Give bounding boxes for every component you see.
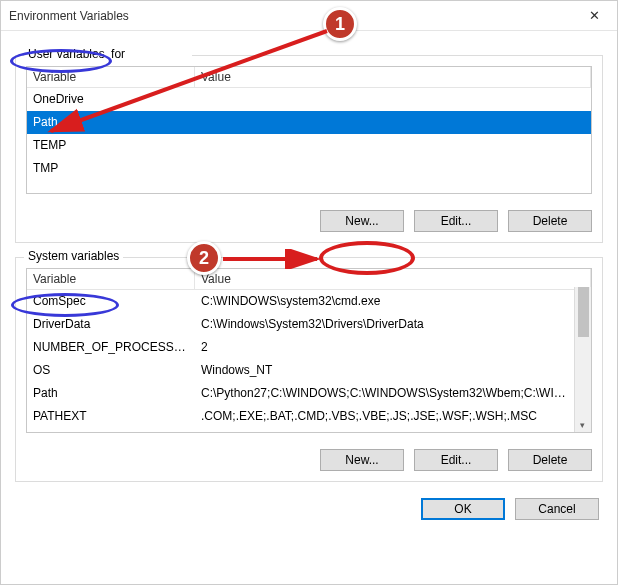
- variable-value: 2: [195, 336, 574, 359]
- variable-value: [195, 88, 591, 111]
- scrollbar[interactable]: ▾: [574, 287, 591, 432]
- list-item[interactable]: NUMBER_OF_PROCESSORS2: [27, 336, 574, 359]
- variable-name: Path: [27, 382, 195, 405]
- list-item[interactable]: DriverDataC:\Windows\System32\Drivers\Dr…: [27, 313, 574, 336]
- user-variables-list[interactable]: Variable Value OneDrivePathTEMPTMP: [26, 66, 592, 194]
- list-item[interactable]: Path: [27, 111, 591, 134]
- close-button[interactable]: ✕: [572, 1, 617, 31]
- header-value[interactable]: Value: [195, 269, 591, 289]
- header-variable[interactable]: Variable: [27, 67, 195, 87]
- variable-name: PROCESSOR_ARCHITECTURE: [27, 428, 195, 433]
- user-new-button[interactable]: New...: [320, 210, 404, 232]
- user-variables-label: User variables for: [24, 47, 192, 61]
- variable-name: TEMP: [27, 134, 195, 157]
- list-item[interactable]: PathC:\Python27;C:\WINDOWS;C:\WINDOWS\Sy…: [27, 382, 574, 405]
- variable-value: AMD64: [195, 428, 574, 433]
- user-variables-group: User variables for Variable Value OneDri…: [15, 55, 603, 243]
- variable-value: .COM;.EXE;.BAT;.CMD;.VBS;.VBE;.JS;.JSE;.…: [195, 405, 574, 428]
- system-edit-button[interactable]: Edit...: [414, 449, 498, 471]
- system-variables-group: System variables Variable Value ComSpecC…: [15, 257, 603, 482]
- system-buttons-row: New... Edit... Delete: [26, 449, 592, 471]
- variable-name: TMP: [27, 157, 195, 180]
- close-icon: ✕: [589, 8, 600, 23]
- system-variables-label: System variables: [24, 249, 123, 263]
- window-title: Environment Variables: [9, 9, 129, 23]
- user-delete-button[interactable]: Delete: [508, 210, 592, 232]
- system-variables-list[interactable]: Variable Value ComSpecC:\WINDOWS\system3…: [26, 268, 592, 433]
- variable-value: [195, 111, 591, 134]
- variable-name: ComSpec: [27, 290, 195, 313]
- variable-value: C:\WINDOWS\system32\cmd.exe: [195, 290, 574, 313]
- list-item[interactable]: PATHEXT.COM;.EXE;.BAT;.CMD;.VBS;.VBE;.JS…: [27, 405, 574, 428]
- system-delete-button[interactable]: Delete: [508, 449, 592, 471]
- cancel-button[interactable]: Cancel: [515, 498, 599, 520]
- list-item[interactable]: OneDrive: [27, 88, 591, 111]
- variable-value: Windows_NT: [195, 359, 574, 382]
- ok-button[interactable]: OK: [421, 498, 505, 520]
- list-item[interactable]: OSWindows_NT: [27, 359, 574, 382]
- dialog-content: User variables for Variable Value OneDri…: [1, 31, 617, 534]
- variable-value: C:\Windows\System32\Drivers\DriverData: [195, 313, 574, 336]
- list-item[interactable]: PROCESSOR_ARCHITECTUREAMD64: [27, 428, 574, 433]
- list-header: Variable Value: [27, 67, 591, 88]
- environment-variables-dialog: Environment Variables ✕ User variables f…: [0, 0, 618, 585]
- list-item[interactable]: TEMP: [27, 134, 591, 157]
- variable-name: PATHEXT: [27, 405, 195, 428]
- variable-name: Path: [27, 111, 195, 134]
- variable-value: C:\Python27;C:\WINDOWS;C:\WINDOWS\System…: [195, 382, 574, 405]
- system-new-button[interactable]: New...: [320, 449, 404, 471]
- list-header: Variable Value: [27, 269, 591, 290]
- scroll-down-icon[interactable]: ▾: [580, 420, 585, 430]
- list-item[interactable]: TMP: [27, 157, 591, 180]
- variable-value: [195, 134, 591, 157]
- variable-name: OS: [27, 359, 195, 382]
- user-edit-button[interactable]: Edit...: [414, 210, 498, 232]
- dialog-buttons-row: OK Cancel: [15, 498, 603, 520]
- header-variable[interactable]: Variable: [27, 269, 195, 289]
- user-buttons-row: New... Edit... Delete: [26, 210, 592, 232]
- variable-name: OneDrive: [27, 88, 195, 111]
- list-item[interactable]: ComSpecC:\WINDOWS\system32\cmd.exe: [27, 290, 574, 313]
- variable-name: NUMBER_OF_PROCESSORS: [27, 336, 195, 359]
- variable-value: [195, 157, 591, 180]
- header-value[interactable]: Value: [195, 67, 591, 87]
- titlebar: Environment Variables ✕: [1, 1, 617, 31]
- variable-name: DriverData: [27, 313, 195, 336]
